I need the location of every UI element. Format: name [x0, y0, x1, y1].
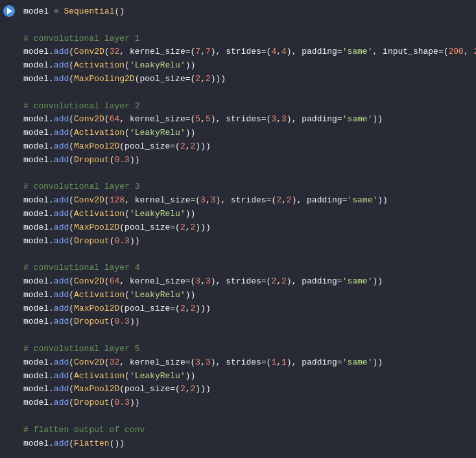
comment-line-14: # convolutional layer 3	[23, 180, 468, 194]
code-line-18: model.add(Dropout(0.3))	[23, 235, 468, 248]
code-line-24: model.add(Dropout(0.3))	[23, 315, 468, 329]
comment-line-20: # convolutional layer 4	[23, 261, 468, 275]
code-area[interactable]: model = Sequential() # convolutional lay…	[18, 0, 476, 458]
code-line-28: model.add(Activation('LeakyRelu'))	[23, 370, 468, 383]
empty-line-2	[23, 19, 468, 32]
code-line-22: model.add(Activation('LeakyRelu'))	[23, 289, 468, 302]
run-button-area	[0, 0, 18, 458]
code-line-12: model.add(Dropout(0.3))	[23, 154, 468, 167]
run-button[interactable]	[3, 5, 15, 17]
code-line-6: model.add(MaxPooling2D(pool_size=(2,2)))	[23, 73, 468, 86]
comment-line-32: # flatten output of conv	[23, 424, 468, 437]
empty-line-34	[23, 450, 468, 458]
code-line-33: model.add(Flatten())	[23, 437, 468, 451]
empty-line-19	[23, 248, 468, 261]
empty-line-25	[23, 329, 468, 343]
empty-line-31	[23, 410, 468, 424]
comment-line-3: # convolutional layer 1	[23, 32, 468, 46]
code-line-5: model.add(Activation('LeakyRelu'))	[23, 59, 468, 73]
code-line-17: model.add(MaxPool2D(pool_size=(2,2)))	[23, 221, 468, 235]
code-line-27: model.add(Conv2D(32, kernel_size=(3,3), …	[23, 356, 468, 370]
code-line-21: model.add(Conv2D(64, kernel_size=(3,3), …	[23, 275, 468, 289]
code-line-23: model.add(MaxPool2D(pool_size=(2,2)))	[23, 302, 468, 316]
code-line-15: model.add(Conv2D(128, kernel_size=(3,3),…	[23, 194, 468, 208]
code-line-1: model = Sequential()	[23, 5, 468, 19]
editor-container: model = Sequential() # convolutional lay…	[0, 0, 476, 458]
code-line-4: model.add(Conv2D(32, kernel_size=(7,7), …	[23, 45, 468, 59]
empty-line-7	[23, 86, 468, 100]
code-line-30: model.add(Dropout(0.3))	[23, 396, 468, 410]
code-line-29: model.add(MaxPool2D(pool_size=(2,2)))	[23, 383, 468, 396]
comment-line-26: # convolutional layer 5	[23, 343, 468, 356]
code-line-10: model.add(Activation('LeakyRelu'))	[23, 127, 468, 140]
code-line-9: model.add(Conv2D(64, kernel_size=(5,5), …	[23, 113, 468, 127]
comment-line-8: # convolutional layer 2	[23, 100, 468, 114]
code-line-16: model.add(Activation('LeakyRelu'))	[23, 208, 468, 221]
empty-line-13	[23, 167, 468, 181]
code-line-11: model.add(MaxPool2D(pool_size=(2,2)))	[23, 140, 468, 154]
